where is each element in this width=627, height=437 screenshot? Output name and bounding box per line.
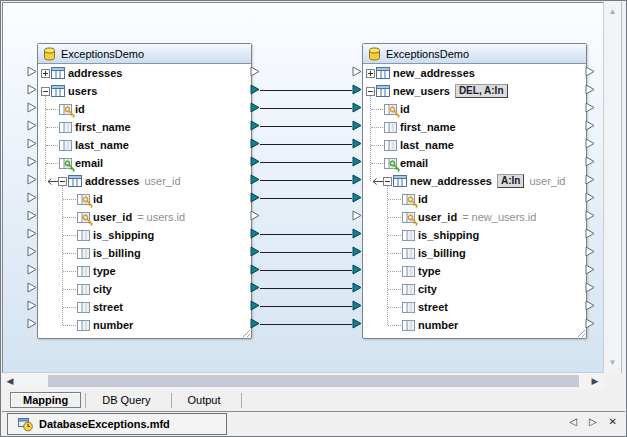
input-connector[interactable]: [352, 246, 362, 257]
table-row-new_addresses[interactable]: new_addresses: [363, 64, 586, 82]
column-row-last_name[interactable]: last_name: [363, 136, 586, 154]
scroll-up-icon[interactable]: ▲: [604, 5, 621, 19]
output-connector[interactable]: [585, 192, 595, 203]
horizontal-scrollbar[interactable]: ◀ ▶: [2, 373, 604, 389]
output-connector[interactable]: [585, 210, 595, 221]
output-connector[interactable]: [250, 138, 260, 149]
tab-db-query[interactable]: DB Query: [86, 393, 166, 407]
connection-line[interactable]: [260, 90, 352, 91]
table-row-new_addresses[interactable]: new_addressesA:Inuser_id: [363, 172, 586, 190]
input-connector[interactable]: [352, 84, 362, 95]
tab-output[interactable]: Output: [172, 393, 237, 407]
output-connector[interactable]: [585, 102, 595, 113]
output-connector[interactable]: [250, 120, 260, 131]
output-connector[interactable]: [250, 174, 260, 185]
input-connector[interactable]: [27, 102, 37, 113]
component-source[interactable]: ExceptionsDemoaddressesusersidfirst_name…: [37, 43, 252, 339]
component-target[interactable]: ExceptionsDemonew_addressesnew_usersDEL,…: [362, 43, 587, 339]
scroll-right-icon[interactable]: ▶: [588, 373, 602, 389]
input-connector[interactable]: [27, 138, 37, 149]
tab-mapping[interactable]: Mapping: [10, 392, 81, 408]
output-connector[interactable]: [585, 174, 595, 185]
input-connector[interactable]: [352, 210, 362, 221]
input-connector[interactable]: [352, 102, 362, 113]
connection-line[interactable]: [260, 288, 352, 289]
connection-line[interactable]: [260, 198, 352, 199]
input-connector[interactable]: [352, 66, 362, 77]
output-connector[interactable]: [585, 246, 595, 257]
output-connector[interactable]: [250, 282, 260, 293]
input-connector[interactable]: [27, 300, 37, 311]
next-document-button[interactable]: ▷: [589, 416, 597, 427]
input-connector[interactable]: [352, 174, 362, 185]
input-connector[interactable]: [27, 192, 37, 203]
input-connector[interactable]: [352, 300, 362, 311]
collapse-icon[interactable]: [383, 177, 392, 186]
input-connector[interactable]: [27, 84, 37, 95]
connection-line[interactable]: [260, 270, 352, 271]
close-document-icon[interactable]: ✕: [609, 416, 617, 427]
table-row-users[interactable]: users: [38, 82, 251, 100]
output-connector[interactable]: [250, 84, 260, 95]
output-connector[interactable]: [585, 84, 595, 95]
output-connector[interactable]: [250, 102, 260, 113]
connection-line[interactable]: [260, 144, 352, 145]
output-connector[interactable]: [250, 156, 260, 167]
connection-line[interactable]: [260, 108, 352, 109]
table-row-new_users[interactable]: new_usersDEL, A:In: [363, 82, 586, 100]
input-connector[interactable]: [27, 156, 37, 167]
connection-line[interactable]: [260, 306, 352, 307]
input-connector[interactable]: [352, 138, 362, 149]
output-connector[interactable]: [250, 300, 260, 311]
connection-line[interactable]: [260, 162, 352, 163]
input-connector[interactable]: [352, 192, 362, 203]
component-header[interactable]: ExceptionsDemo: [363, 44, 586, 64]
output-connector[interactable]: [585, 282, 595, 293]
prev-document-button[interactable]: ◁: [569, 416, 577, 427]
output-connector[interactable]: [250, 210, 260, 221]
resize-grip-icon[interactable]: [241, 328, 250, 337]
connection-line[interactable]: [260, 180, 352, 181]
output-connector[interactable]: [585, 228, 595, 239]
table-row-addresses[interactable]: addressesuser_id: [38, 172, 251, 190]
component-header[interactable]: ExceptionsDemo: [38, 44, 251, 64]
column-row-id[interactable]: id: [38, 100, 251, 118]
connection-line[interactable]: [260, 234, 352, 235]
input-connector[interactable]: [27, 246, 37, 257]
collapse-icon[interactable]: [41, 87, 50, 96]
input-connector[interactable]: [27, 264, 37, 275]
connection-line[interactable]: [260, 324, 352, 325]
scroll-down-icon[interactable]: ▼: [604, 356, 621, 370]
output-connector[interactable]: [585, 264, 595, 275]
output-connector[interactable]: [250, 318, 260, 329]
output-connector[interactable]: [585, 138, 595, 149]
input-connector[interactable]: [352, 282, 362, 293]
input-connector[interactable]: [27, 174, 37, 185]
output-connector[interactable]: [585, 300, 595, 311]
output-connector[interactable]: [250, 228, 260, 239]
mapping-canvas[interactable]: ExceptionsDemoaddressesusersidfirst_name…: [2, 2, 604, 373]
output-connector[interactable]: [585, 66, 595, 77]
input-connector[interactable]: [27, 228, 37, 239]
input-connector[interactable]: [352, 156, 362, 167]
column-row-email[interactable]: email: [38, 154, 251, 172]
input-connector[interactable]: [352, 264, 362, 275]
table-row-addresses[interactable]: addresses: [38, 64, 251, 82]
scroll-left-icon[interactable]: ◀: [3, 373, 17, 389]
output-connector[interactable]: [585, 318, 595, 329]
column-row-email[interactable]: email: [363, 154, 586, 172]
output-connector[interactable]: [585, 156, 595, 167]
input-connector[interactable]: [27, 282, 37, 293]
input-connector[interactable]: [352, 120, 362, 131]
output-connector[interactable]: [250, 246, 260, 257]
input-connector[interactable]: [27, 120, 37, 131]
input-connector[interactable]: [27, 210, 37, 221]
column-row-id[interactable]: id: [363, 100, 586, 118]
output-connector[interactable]: [250, 66, 260, 77]
column-row-first_name[interactable]: first_name: [363, 118, 586, 136]
input-connector[interactable]: [27, 318, 37, 329]
vertical-scrollbar[interactable]: ▲ ▼: [604, 2, 622, 373]
output-connector[interactable]: [250, 192, 260, 203]
input-connector[interactable]: [352, 228, 362, 239]
expand-icon[interactable]: [366, 69, 375, 78]
